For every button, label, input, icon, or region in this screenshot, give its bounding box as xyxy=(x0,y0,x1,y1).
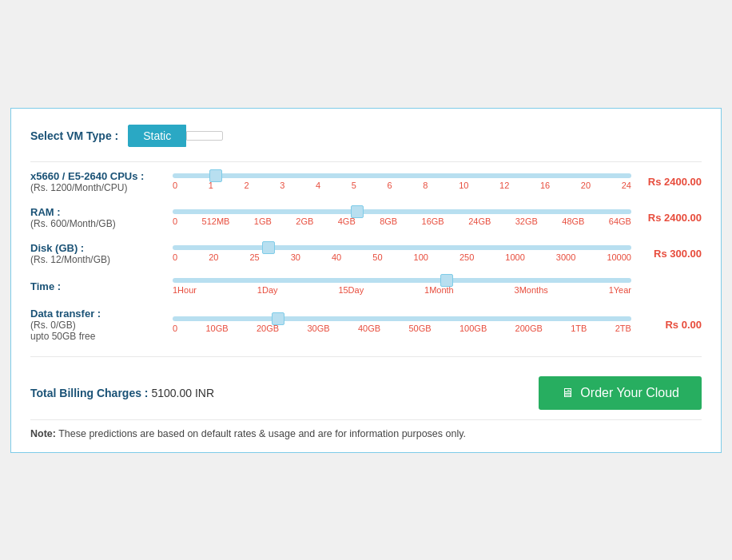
ram-slider-area: 0 512MB 1GB 2GB 4GB 8GB 16GB 24GB 32GB 4… xyxy=(166,209,638,226)
cpu-price: Rs 2400.00 xyxy=(638,176,702,188)
datatransfer-subtitle: (Rs. 0/GB) xyxy=(30,320,166,331)
time-title: Time : xyxy=(30,280,166,292)
ram-title: RAM : xyxy=(30,206,166,218)
ram-subtitle: (Rs. 600/Month/GB) xyxy=(30,218,166,229)
cpu-title: x5660 / E5-2640 CPUs : xyxy=(30,170,166,182)
ram-label: RAM : (Rs. 600/Month/GB) xyxy=(30,206,166,229)
disk-slider-area: 0 20 25 30 40 50 100 250 1000 3000 10000 xyxy=(166,245,638,262)
bottom-row: Total Billing Charges : 5100.00 INR 🖥 Or… xyxy=(30,376,702,410)
cpu-label: x5660 / E5-2640 CPUs : (Rs. 1200/Month/C… xyxy=(30,170,166,193)
time-ticks: 1Hour 1Day 15Day 1Month 3Months 1Year xyxy=(173,285,631,295)
datatransfer-subtitle2: upto 50GB free xyxy=(30,331,166,342)
divider-top xyxy=(30,161,702,162)
total-billing-label: Total Billing Charges : xyxy=(30,387,149,399)
cpu-slider[interactable] xyxy=(173,173,631,178)
disk-label: Disk (GB) : (Rs. 12/Month/GB) xyxy=(30,242,166,265)
disk-subtitle: (Rs. 12/Month/GB) xyxy=(30,254,166,265)
cpu-slider-area: 0 1 2 3 4 5 6 8 10 12 16 20 24 xyxy=(166,173,638,190)
total-billing: Total Billing Charges : 5100.00 INR xyxy=(30,387,214,399)
datatransfer-ticks: 0 10GB 20GB 30GB 40GB 50GB 100GB 200GB 1… xyxy=(173,324,631,333)
datatransfer-title: Data transfer : xyxy=(30,308,166,320)
section-ram: RAM : (Rs. 600/Month/GB) 0 512MB 1GB 2GB… xyxy=(30,206,702,229)
datatransfer-slider-area: 0 10GB 20GB 30GB 40GB 50GB 100GB 200GB 1… xyxy=(166,316,638,333)
note-row: Note: These predictions are based on def… xyxy=(30,419,702,439)
vm-type-label: Select VM Type : xyxy=(30,129,118,142)
main-container: Select VM Type : Static x5660 / E5-2640 … xyxy=(10,108,722,453)
time-slider[interactable] xyxy=(173,278,631,283)
btn-other[interactable] xyxy=(186,131,223,141)
datatransfer-price: Rs 0.00 xyxy=(638,319,702,331)
ram-ticks: 0 512MB 1GB 2GB 4GB 8GB 16GB 24GB 32GB 4… xyxy=(173,216,631,226)
ram-slider[interactable] xyxy=(173,209,631,214)
time-label: Time : xyxy=(30,280,166,292)
note-bold: Note: xyxy=(30,428,56,439)
total-billing-amount: 5100.00 INR xyxy=(151,387,214,399)
section-cpu: x5660 / E5-2640 CPUs : (Rs. 1200/Month/C… xyxy=(30,170,702,193)
btn-static[interactable]: Static xyxy=(128,125,186,147)
datatransfer-slider[interactable] xyxy=(173,316,631,321)
disk-price: Rs 300.00 xyxy=(638,248,702,260)
section-time: Time : 1Hour 1Day 15Day 1Month 3Months 1… xyxy=(30,278,702,295)
time-slider-area: 1Hour 1Day 15Day 1Month 3Months 1Year xyxy=(166,278,638,295)
section-datatransfer: Data transfer : (Rs. 0/GB) upto 50GB fre… xyxy=(30,308,702,342)
cpu-subtitle: (Rs. 1200/Month/CPU) xyxy=(30,182,166,193)
order-cloud-button[interactable]: 🖥 Order Your Cloud xyxy=(539,376,702,410)
datatransfer-label: Data transfer : (Rs. 0/GB) upto 50GB fre… xyxy=(30,308,166,342)
disk-title: Disk (GB) : xyxy=(30,242,166,254)
ram-price: Rs 2400.00 xyxy=(638,212,702,224)
order-cloud-label: Order Your Cloud xyxy=(580,386,679,400)
order-cloud-icon: 🖥 xyxy=(561,386,574,400)
section-disk: Disk (GB) : (Rs. 12/Month/GB) 0 20 25 30… xyxy=(30,242,702,265)
disk-slider[interactable] xyxy=(173,245,631,250)
disk-ticks: 0 20 25 30 40 50 100 250 1000 3000 10000 xyxy=(173,252,631,262)
vm-type-row: Select VM Type : Static xyxy=(30,125,702,147)
divider-bottom xyxy=(30,356,702,357)
note-text: These predictions are based on default r… xyxy=(58,428,466,439)
cpu-ticks: 0 1 2 3 4 5 6 8 10 12 16 20 24 xyxy=(173,181,631,190)
